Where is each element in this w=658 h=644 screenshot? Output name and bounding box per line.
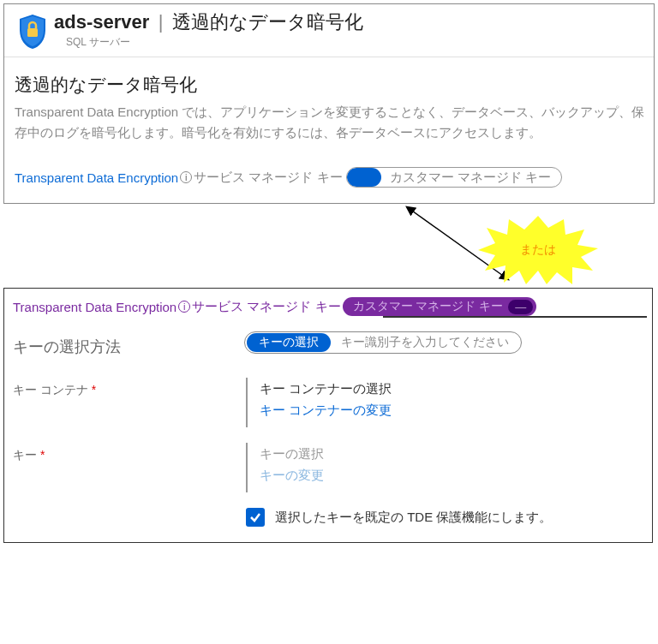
service-managed-key-label-2: サービス マネージド キー — [192, 299, 340, 315]
resource-type: SQL サーバー — [66, 35, 649, 50]
toggle-handle — [347, 168, 381, 187]
tde-overview-panel: ads-server | 透過的なデータ暗号化 SQL サーバー 透過的なデータ… — [3, 3, 655, 204]
default-tde-protector-row: 選択したキーを既定の TDE 保護機能にします。 — [4, 492, 652, 527]
key-mode-toggle[interactable]: カスタマー マネージド キー — [346, 167, 562, 188]
customer-managed-key-panel: Transparent Data Encryption i サービス マネージド… — [3, 288, 653, 543]
panel-header: ads-server | 透過的なデータ暗号化 SQL サーバー — [4, 4, 654, 57]
key-container-title: キー コンテナーの選択 — [260, 381, 392, 397]
key-block: キーの選択 キーの変更 — [246, 443, 324, 492]
or-starburst: または — [478, 216, 598, 284]
section-description: Transparent Data Encryption では、アプリケーションを… — [4, 102, 654, 143]
key-mode-row-2: Transparent Data Encryption i サービス マネージド… — [4, 289, 652, 321]
required-asterisk: * — [88, 383, 96, 397]
page-title: 透過的なデータ暗号化 — [172, 11, 363, 33]
key-mode-toggle-2[interactable]: カスタマー マネージド キー — — [343, 297, 537, 316]
info-icon-2[interactable]: i — [178, 301, 190, 313]
key-container-block: キー コンテナーの選択 キー コンテナーの変更 — [246, 378, 392, 427]
key-row: キー * キーの選択 キーの変更 — [4, 427, 652, 492]
server-name: ads-server — [54, 11, 149, 33]
default-tde-checkbox[interactable] — [246, 508, 265, 527]
key-container-row: キー コンテナ * キー コンテナーの選択 キー コンテナーの変更 — [4, 357, 652, 427]
underline-annotation — [383, 316, 647, 318]
title-separator: | — [153, 11, 169, 33]
shield-icon — [11, 9, 54, 54]
section-heading: 透過的なデータ暗号化 — [4, 57, 654, 102]
connector-annotation: または — [0, 207, 651, 288]
or-label: または — [520, 242, 556, 258]
tde-link-2[interactable]: Transparent Data Encryption — [13, 300, 176, 314]
key-container-label: キー コンテナ * — [13, 378, 244, 398]
header-text-block: ads-server | 透過的なデータ暗号化 SQL サーバー — [54, 9, 649, 57]
customer-managed-key-option-2: カスタマー マネージド キー — [353, 299, 509, 314]
select-key-option: キーの選択 — [247, 333, 331, 352]
default-tde-label: 選択したキーを既定の TDE 保護機能にします。 — [275, 510, 552, 526]
change-key-container-link[interactable]: キー コンテナーの変更 — [260, 397, 392, 419]
tde-link[interactable]: Transparent Data Encryption — [15, 170, 178, 185]
key-mode-row: Transparent Data Encryption i サービス マネージド… — [4, 143, 654, 188]
svg-rect-0 — [27, 28, 38, 37]
enter-key-id-option: キー識別子を入力してください — [341, 335, 509, 350]
selection-method-row: キーの選択方法 キーの選択 キー識別子を入力してください — [4, 321, 652, 357]
service-managed-key-label: サービス マネージド キー — [194, 170, 342, 186]
key-title: キーの選択 — [260, 446, 324, 462]
info-icon[interactable]: i — [180, 171, 192, 183]
selection-method-label: キーの選択方法 — [13, 331, 244, 357]
key-label: キー * — [13, 443, 244, 463]
selection-method-toggle[interactable]: キーの選択 キー識別子を入力してください — [244, 331, 522, 354]
required-asterisk-2: * — [37, 448, 45, 462]
customer-managed-key-option: カスタマー マネージド キー — [390, 170, 551, 186]
toggle-handle-2: — — [508, 300, 533, 314]
change-key-link[interactable]: キーの変更 — [260, 462, 324, 484]
